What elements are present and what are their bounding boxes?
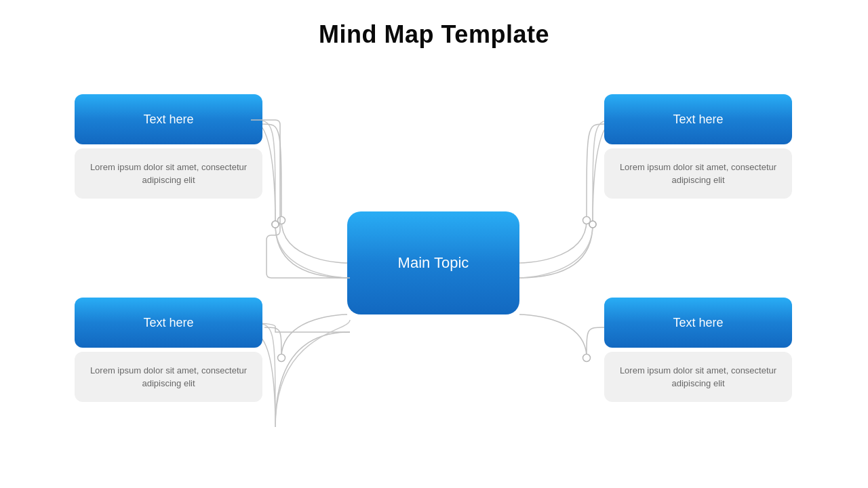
node-top-right: Text here Lorem ipsum dolor sit amet, co…	[604, 94, 793, 199]
node-bottom-right: Text here Lorem ipsum dolor sit amet, co…	[604, 298, 793, 402]
svg-point-3	[589, 221, 596, 228]
node-tr-gray: Lorem ipsum dolor sit amet, consectetur …	[604, 148, 792, 199]
node-tr-blue[interactable]: Text here	[604, 94, 792, 144]
svg-point-1	[589, 221, 596, 228]
main-topic[interactable]: Main Topic	[347, 211, 519, 314]
connector-dot	[583, 217, 591, 224]
node-br-blue[interactable]: Text here	[604, 298, 792, 348]
connector-dot	[278, 354, 285, 362]
svg-point-0	[272, 221, 279, 228]
connector-path	[519, 124, 604, 263]
svg-point-4	[272, 221, 279, 228]
node-br-gray: Lorem ipsum dolor sit amet, consectetur …	[604, 352, 792, 402]
connector-dot	[583, 354, 591, 362]
svg-point-2	[272, 221, 279, 228]
node-bl-blue[interactable]: Text here	[75, 298, 262, 348]
connector-path	[262, 124, 347, 263]
node-bottom-left: Text here Lorem ipsum dolor sit amet, co…	[75, 298, 262, 402]
node-bl-gray: Lorem ipsum dolor sit amet, consectetur …	[75, 352, 262, 402]
page-title: Mind Map Template	[0, 0, 868, 49]
node-tl-gray: Lorem ipsum dolor sit amet, consectetur …	[75, 148, 262, 199]
connector-path	[264, 314, 347, 358]
node-tl-blue[interactable]: Text here	[75, 94, 262, 144]
node-top-left: Text here Lorem ipsum dolor sit amet, co…	[75, 94, 262, 199]
connector-path	[519, 314, 604, 358]
connector-dot	[278, 217, 285, 224]
mind-map-container: Text here Lorem ipsum dolor sit amet, co…	[0, 68, 868, 488]
